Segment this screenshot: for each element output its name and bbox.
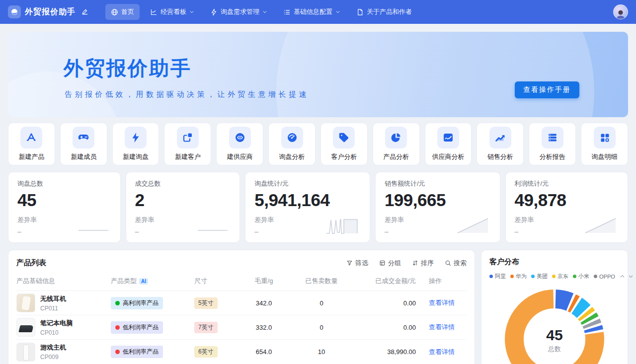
top-navbar: 外贸报价助手 首页 经营看板 询盘需求管理 基础信息配置 关于产品和作者 (0, 0, 636, 24)
view-detail-link[interactable]: 查看详情 (429, 348, 455, 356)
edit-icon[interactable] (81, 8, 88, 15)
legend-dot (510, 275, 514, 278)
ai-badge: AI (139, 278, 148, 285)
brand-title: 外贸报价助手 (25, 7, 76, 17)
quick-action-customer-analysis[interactable]: 客户分析 (320, 123, 368, 165)
product-list-title: 产品列表 (16, 258, 46, 268)
stat-value: 49,878 (515, 190, 619, 210)
quick-action-sales-analysis[interactable]: 销售分析 (477, 123, 524, 165)
customer-donut-chart: 45 总数 (503, 288, 606, 364)
sort-button[interactable]: 排序 (412, 259, 434, 268)
legend-item[interactable]: 阿里 (489, 273, 506, 280)
lightning-bolt-icon (125, 127, 147, 148)
filter-button[interactable]: 筛选 (346, 259, 368, 268)
legend-dot (552, 275, 556, 278)
product-type-badge: 低利润率产品 (111, 346, 163, 358)
quick-action-analysis-report[interactable]: 分析报告 (529, 123, 576, 165)
status-dot (115, 325, 120, 330)
quick-action-product-analysis[interactable]: 产品分析 (373, 123, 420, 165)
nav-item-home[interactable]: 首页 (105, 4, 140, 20)
status-dot (115, 301, 120, 305)
quick-action-inquiry-analysis[interactable]: 询盘分析 (268, 123, 316, 165)
chevron-down-icon (189, 9, 194, 14)
legend-dot (531, 275, 535, 278)
gauge-icon (281, 127, 303, 148)
stat-card-profit-amount: 利润统计/元 49,878 差异率– (505, 172, 628, 243)
lightning-icon (210, 8, 218, 16)
home-globe-icon (111, 8, 118, 16)
quick-action-new-customer[interactable]: 新建客户 (164, 123, 211, 165)
view-detail-link[interactable]: 查看详情 (429, 323, 455, 331)
table-row: 笔记本电脑CP010 低利润率产品 7英寸 332.0 0 0.00 查看详情 (16, 315, 467, 340)
quick-action-new-inquiry[interactable]: 新建询盘 (112, 123, 159, 165)
legend-item[interactable]: 京东 (552, 273, 568, 280)
customer-distribution-title: 客户分布 (489, 257, 620, 267)
document-icon (356, 8, 364, 16)
table-row: 无线耳机CP011 高利润率产品 5英寸 342.0 0 0.00 查看详情 (16, 291, 467, 315)
product-thumbnail (16, 318, 35, 337)
view-detail-link[interactable]: 查看详情 (429, 299, 455, 306)
trend-up-icon (489, 127, 511, 148)
legend-dot (573, 275, 576, 278)
legend-item[interactable]: 华为 (510, 273, 527, 280)
nav-item-inquiry-management[interactable]: 询盘需求管理 (205, 4, 273, 20)
quick-action-new-member[interactable]: 新建成员 (60, 123, 107, 165)
edit-pen-icon (437, 127, 459, 148)
sort-icon (412, 260, 418, 266)
legend-dot (594, 275, 597, 278)
legend-dot (489, 275, 493, 278)
hero-banner: 外贸报价助手 告别报价低效，用数据驱动决策，让外贸生意增长提速 查看操作手册 (8, 32, 628, 117)
stat-value: 45 (17, 190, 111, 210)
hero-title: 外贸报价助手 (64, 55, 628, 82)
filter-icon (346, 260, 353, 266)
nav-item-about[interactable]: 关于产品和作者 (351, 4, 417, 20)
legend-item[interactable]: OPPO (594, 274, 615, 280)
chevron-down-icon (262, 9, 267, 14)
tag-icon (333, 127, 355, 148)
size-badge: 6英寸 (194, 346, 218, 358)
quick-action-supplier-analysis[interactable]: 供应商分析 (425, 123, 472, 165)
product-type-badge: 高利润率产品 (111, 297, 163, 309)
stat-value: 199,665 (385, 190, 491, 210)
product-list-panel: 产品列表 筛选 分组 排序 搜索 (8, 250, 475, 364)
quick-action-inquiry-detail[interactable]: 询盘明细 (581, 123, 628, 165)
donut-chart[interactable] (503, 288, 606, 364)
table-row: 游戏主机CP009 低利润率产品 6英寸 654.0 10 38,990.00 … (16, 340, 467, 364)
sparkline (76, 216, 111, 235)
gamepad-icon (73, 127, 94, 148)
app-logo-icon (8, 5, 21, 18)
quick-actions: 新建产品 新建成员 新建询盘 新建客户 建供应商 询盘分析 客户分析 产品分析 … (8, 123, 628, 165)
main-menu: 首页 经营看板 询盘需求管理 基础信息配置 关于产品和作者 (105, 4, 417, 20)
stat-cards: 询盘总数 45 差异率– 成交总数 2 差异率– 询盘统计/元 5,941,16… (8, 172, 628, 243)
customer-distribution-panel: 客户分布 阿里 华为 美团 京东 小米 OPPO 45 总数 (481, 250, 628, 364)
group-icon (379, 260, 386, 266)
server-list-icon (542, 127, 563, 148)
legend-item[interactable]: 小米 (573, 273, 589, 280)
brand: 外贸报价助手 (8, 5, 88, 18)
size-badge: 5英寸 (194, 297, 218, 309)
table-header: 产品基础信息 产品类型AI 尺寸 毛重/g 已售卖数量 已成交金额/元 操作 (16, 277, 467, 291)
table-tools: 筛选 分组 排序 搜索 (346, 259, 467, 268)
nav-item-dashboard[interactable]: 经营看板 (145, 4, 200, 20)
user-avatar[interactable] (613, 4, 628, 19)
sparkline (455, 216, 491, 235)
stat-card-inquiry-total: 询盘总数 45 差异率– (8, 172, 121, 243)
size-badge: 7英寸 (194, 322, 218, 333)
search-button[interactable]: 搜索 (445, 259, 467, 268)
list-icon (283, 8, 291, 16)
sparkline (325, 216, 361, 235)
legend-page-down-icon[interactable] (628, 274, 634, 279)
stat-card-sales-amount: 销售额统计/元 199,665 差异率– (375, 172, 500, 243)
legend-page-up-icon[interactable] (620, 274, 625, 279)
quick-action-new-supplier[interactable]: 建供应商 (216, 123, 263, 165)
group-button[interactable]: 分组 (379, 259, 401, 268)
stat-value: 2 (135, 190, 231, 210)
legend-item[interactable]: 美团 (531, 273, 548, 280)
chevron-down-icon (335, 9, 340, 14)
nav-item-basic-config[interactable]: 基础信息配置 (278, 4, 346, 20)
grid-icon (594, 127, 616, 148)
product-thumbnail (16, 343, 35, 362)
share-nodes-icon (177, 127, 199, 148)
view-manual-button[interactable]: 查看操作手册 (515, 81, 579, 98)
quick-action-new-product[interactable]: 新建产品 (8, 123, 55, 165)
